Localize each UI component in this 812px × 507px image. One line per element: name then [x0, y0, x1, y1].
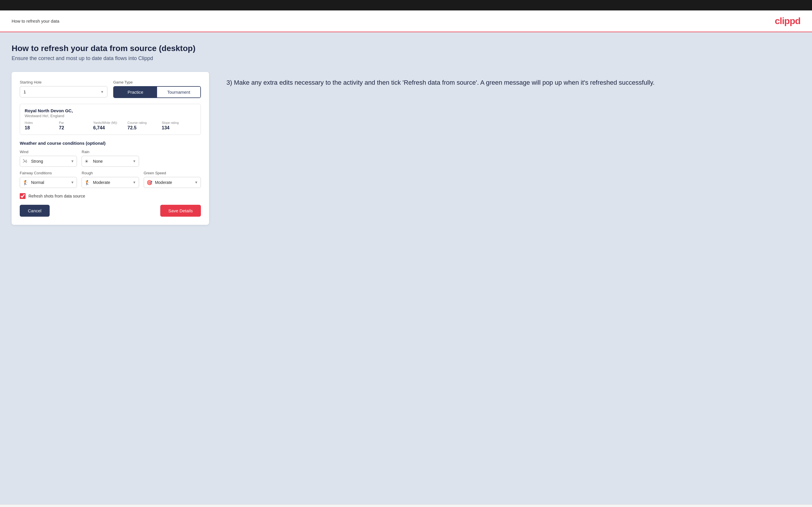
tournament-button[interactable]: Tournament [157, 87, 200, 98]
course-stats: Holes 18 Par 72 Yards/White (M)) 6,744 C… [25, 121, 196, 130]
rain-group: Rain ☀ None Light Heavy ▼ [82, 150, 139, 167]
content-area: Starting Hole 1 10 ▼ Game Type Practice … [12, 72, 795, 225]
stat-par-label: Par [59, 121, 93, 124]
stat-slope-rating: Slope rating 134 [162, 121, 196, 130]
starting-hole-select[interactable]: 1 10 [20, 86, 107, 98]
page-title: How to refresh your data from source (de… [12, 44, 795, 53]
course-location: Westward Ho!, England [25, 114, 196, 118]
refresh-checkbox-row: Refresh shots from data source [20, 193, 201, 199]
game-type-toggle: Practice Tournament [113, 86, 201, 98]
description-text: 3) Make any extra edits necessary to the… [226, 78, 795, 87]
stat-course-rating: Course rating 72.5 [128, 121, 162, 130]
cancel-button[interactable]: Cancel [20, 205, 50, 217]
green-speed-label: Green Speed [144, 171, 201, 175]
page-subtitle: Ensure the correct and most up to date d… [12, 55, 795, 61]
main-content: How to refresh your data from source (de… [0, 32, 812, 504]
wind-rain-row: Wind 🌬 Strong Light Moderate None ▼ [20, 150, 201, 167]
wind-label: Wind [20, 150, 77, 154]
stat-slope-rating-value: 134 [162, 125, 196, 130]
fairway-rough-green-row: Fairway Conditions 🏌 Normal Soft Hard ▼ [20, 171, 201, 188]
stat-holes-value: 18 [25, 125, 59, 130]
fairway-label: Fairway Conditions [20, 171, 77, 175]
starting-hole-label: Starting Hole [20, 80, 107, 84]
weather-section-title: Weather and course conditions (optional) [20, 141, 201, 146]
description-panel: 3) Make any extra edits necessary to the… [226, 72, 795, 87]
stat-yards: Yards/White (M)) 6,744 [93, 121, 128, 130]
refresh-checkbox-label: Refresh shots from data source [29, 194, 85, 199]
fairway-select[interactable]: Normal Soft Hard [20, 177, 77, 188]
rough-group: Rough 🏌 Moderate Light Heavy ▼ [82, 171, 139, 188]
stat-course-rating-value: 72.5 [128, 125, 162, 130]
rain-select[interactable]: None Light Heavy [82, 156, 139, 167]
footer: Copyright Clippd 2022 [0, 504, 812, 507]
game-type-group: Game Type Practice Tournament [113, 80, 201, 98]
top-form-row: Starting Hole 1 10 ▼ Game Type Practice … [20, 80, 201, 98]
green-speed-select-wrapper: 🎯 Moderate Slow Fast ▼ [144, 177, 201, 188]
wind-select-wrapper: 🌬 Strong Light Moderate None ▼ [20, 156, 77, 167]
stat-par: Par 72 [59, 121, 93, 130]
form-card: Starting Hole 1 10 ▼ Game Type Practice … [12, 72, 209, 225]
stat-holes: Holes 18 [25, 121, 59, 130]
game-type-label: Game Type [113, 80, 201, 84]
stat-yards-label: Yards/White (M)) [93, 121, 128, 124]
stat-par-value: 72 [59, 125, 93, 130]
starting-hole-group: Starting Hole 1 10 ▼ [20, 80, 107, 98]
fairway-select-wrapper: 🏌 Normal Soft Hard ▼ [20, 177, 77, 188]
starting-hole-wrapper: 1 10 ▼ [20, 86, 107, 98]
wind-select[interactable]: Strong Light Moderate None [20, 156, 77, 167]
top-bar [0, 0, 812, 10]
stat-course-rating-label: Course rating [128, 121, 162, 124]
save-button[interactable]: Save Details [160, 205, 201, 217]
stat-holes-label: Holes [25, 121, 59, 124]
rough-select-wrapper: 🏌 Moderate Light Heavy ▼ [82, 177, 139, 188]
stat-yards-value: 6,744 [93, 125, 128, 130]
rain-label: Rain [82, 150, 139, 154]
green-speed-select[interactable]: Moderate Slow Fast [144, 177, 201, 188]
green-speed-group: Green Speed 🎯 Moderate Slow Fast ▼ [144, 171, 201, 188]
header: How to refresh your data clippd [0, 10, 812, 32]
stat-slope-rating-label: Slope rating [162, 121, 196, 124]
wind-group: Wind 🌬 Strong Light Moderate None ▼ [20, 150, 77, 167]
fairway-group: Fairway Conditions 🏌 Normal Soft Hard ▼ [20, 171, 77, 188]
course-name: Royal North Devon GC, [25, 108, 196, 113]
action-row: Cancel Save Details [20, 205, 201, 217]
conditions-grid: Wind 🌬 Strong Light Moderate None ▼ [20, 150, 201, 188]
rain-select-wrapper: ☀ None Light Heavy ▼ [82, 156, 139, 167]
header-title: How to refresh your data [12, 18, 59, 23]
course-info-box: Royal North Devon GC, Westward Ho!, Engl… [20, 104, 201, 135]
logo: clippd [775, 16, 800, 26]
practice-button[interactable]: Practice [114, 87, 157, 98]
rough-label: Rough [82, 171, 139, 175]
refresh-checkbox[interactable] [20, 193, 26, 199]
rough-select[interactable]: Moderate Light Heavy [82, 177, 139, 188]
